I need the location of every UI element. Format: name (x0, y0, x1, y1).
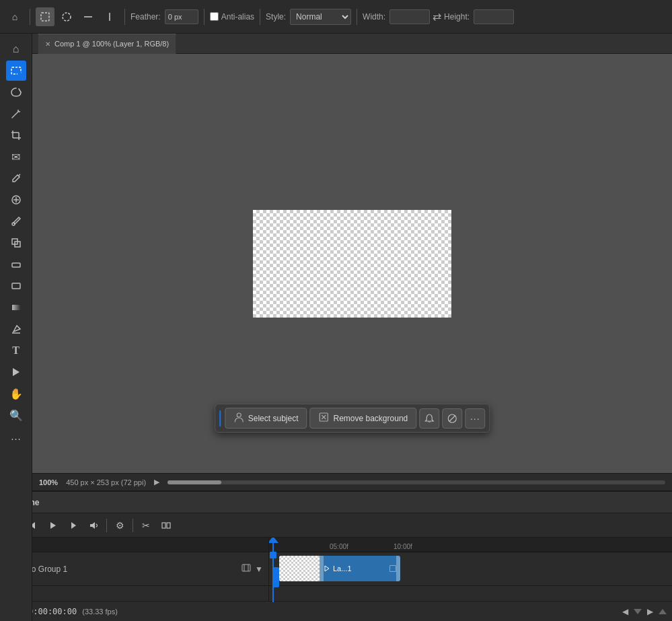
tab-bar: ✕ Comp 1 @ 100% (Layer 1, RGB/8) (32, 34, 672, 54)
current-time-display: 0:00:00:00 (28, 607, 77, 616)
canvas-document (253, 210, 451, 318)
tool-eraser[interactable] (6, 254, 26, 275)
width-input[interactable] (389, 9, 430, 24)
svg-rect-21 (12, 263, 20, 267)
clip-left-handle[interactable] (320, 556, 324, 581)
clip-end-handle[interactable] (389, 565, 396, 572)
status-bar: 100% 450 px × 253 px (72 ppi) ▶ (32, 473, 672, 490)
feather-input[interactable] (165, 9, 198, 24)
svg-point-26 (237, 413, 241, 417)
tl-settings-btn[interactable]: ⚙ (111, 517, 128, 534)
svg-marker-36 (50, 522, 56, 529)
clip-row-0: La...1 (269, 552, 672, 586)
svg-marker-37 (71, 522, 76, 529)
tl-transition-btn[interactable] (157, 517, 175, 534)
tool-lasso[interactable] (6, 82, 26, 102)
remove-background-btn[interactable]: Remove background (309, 408, 416, 429)
tl-cut-btn[interactable]: ✂ (137, 517, 155, 534)
tool-more[interactable]: … (6, 427, 26, 447)
timeline-controls: ⚙ ✂ (0, 513, 672, 538)
tool-brush[interactable] (6, 211, 26, 231)
status-expand-arrow[interactable]: ▶ (154, 478, 159, 486)
tool-gradient[interactable] (6, 297, 26, 318)
ellipse-marquee-btn[interactable] (57, 7, 76, 26)
tool-text[interactable]: T (6, 340, 26, 361)
top-toolbar: ⌂ Feather: Anti-alias Style: Normal Fixe… (0, 0, 672, 34)
select-subject-label: Select subject (248, 414, 299, 423)
more-options-btn[interactable]: ··· (465, 408, 485, 429)
clip-label-area: La...1 (320, 556, 400, 581)
tool-path-select[interactable] (6, 362, 26, 382)
clip-right-handle[interactable] (396, 556, 400, 581)
tool-envelope[interactable]: ✉ (6, 147, 26, 167)
home-button[interactable]: ⌂ (5, 7, 24, 26)
timeline-header: Timeline (0, 492, 672, 513)
tl-audio-btn[interactable] (85, 517, 102, 534)
tl-play-btn[interactable] (44, 517, 62, 534)
tab-close-btn[interactable]: ✕ (45, 40, 50, 48)
status-dimensions: 450 px × 253 px (72 ppi) (66, 478, 146, 486)
anti-alias-wrap[interactable]: Anti-alias (210, 12, 254, 22)
clip-trim-left[interactable] (272, 567, 279, 587)
svg-line-32 (449, 415, 455, 421)
fps-display: (33.33 fps) (82, 608, 118, 616)
tl-next-frame-btn[interactable] (65, 517, 82, 534)
svg-rect-22 (12, 283, 20, 289)
tool-zoom[interactable]: 🔍 (6, 405, 26, 425)
ruler-label-10: 10:00f (394, 543, 412, 550)
svg-marker-25 (13, 368, 20, 376)
tool-magic-wand[interactable] (6, 104, 26, 124)
status-scrollbar[interactable] (167, 480, 665, 484)
canvas-area: ✕ Comp 1 @ 100% (Layer 1, RGB/8) Select … (32, 34, 672, 473)
floating-toolbar: Select subject Remove background (215, 404, 490, 433)
scrub-right-btn[interactable]: ▶ (647, 607, 653, 616)
canvas-checkerboard (253, 210, 451, 318)
height-input[interactable] (474, 9, 514, 24)
zoom-level: 100% (39, 478, 58, 486)
track-dropdown-btn[interactable]: ▼ (255, 564, 263, 574)
left-sidebar: ⌂ ✉ (0, 34, 32, 621)
scrub-up-marker (659, 609, 667, 614)
width-label: Width: (363, 12, 385, 22)
tool-rectangle-shape[interactable] (6, 276, 26, 296)
height-label: Height: (444, 12, 470, 22)
track-film-btn[interactable] (241, 563, 251, 575)
remove-background-icon (318, 412, 329, 425)
document-tab[interactable]: ✕ Comp 1 @ 100% (Layer 1, RGB/8) (38, 34, 176, 54)
scrub-left-btn[interactable]: ◀ (622, 607, 628, 616)
col-marquee-btn[interactable] (100, 7, 119, 26)
separator-1 (30, 9, 30, 25)
tl-sep-1 (106, 519, 107, 532)
style-select[interactable]: Normal Fixed Ratio Fixed Size (290, 9, 351, 25)
tool-healing[interactable] (6, 190, 26, 210)
track-video-group-1: ▶ Video Group 1 ▼ (0, 552, 268, 586)
tool-home[interactable]: ⌂ (6, 39, 26, 59)
timeline-bottom: ↑ 0:00:00:00 (33.33 fps) ◀ ▶ (0, 601, 672, 621)
svg-rect-40 (167, 523, 170, 528)
track-right: 05:00f 10:00f (269, 538, 672, 602)
separator-5 (357, 9, 357, 25)
clip-layer-1[interactable]: La...1 (279, 556, 400, 581)
bell-btn[interactable] (419, 408, 439, 429)
separator-4 (260, 9, 260, 25)
row-marquee-btn[interactable] (79, 7, 98, 26)
tool-crop[interactable] (6, 125, 26, 145)
tool-hand[interactable]: ✋ (6, 383, 26, 404)
tool-marquee[interactable] (6, 61, 26, 81)
select-subject-btn[interactable]: Select subject (225, 408, 307, 429)
rect-marquee-btn[interactable] (36, 7, 54, 26)
feather-label: Feather: (130, 12, 161, 22)
timeline-panel: Timeline (0, 490, 672, 621)
separator-2 (124, 9, 125, 25)
tool-eyedropper[interactable] (6, 168, 26, 188)
tool-paint-bucket[interactable] (6, 319, 26, 339)
exclude-btn[interactable] (442, 408, 462, 429)
playhead-marker (270, 552, 276, 558)
swap-dimensions-btn[interactable]: ⇄ (433, 10, 441, 23)
tool-clone[interactable] (6, 233, 26, 253)
timeline-clip-area: La...1 (269, 552, 672, 602)
svg-line-7 (12, 112, 18, 118)
svg-point-1 (63, 13, 71, 21)
tl-sep-2 (133, 519, 133, 532)
anti-alias-checkbox[interactable] (210, 12, 219, 21)
